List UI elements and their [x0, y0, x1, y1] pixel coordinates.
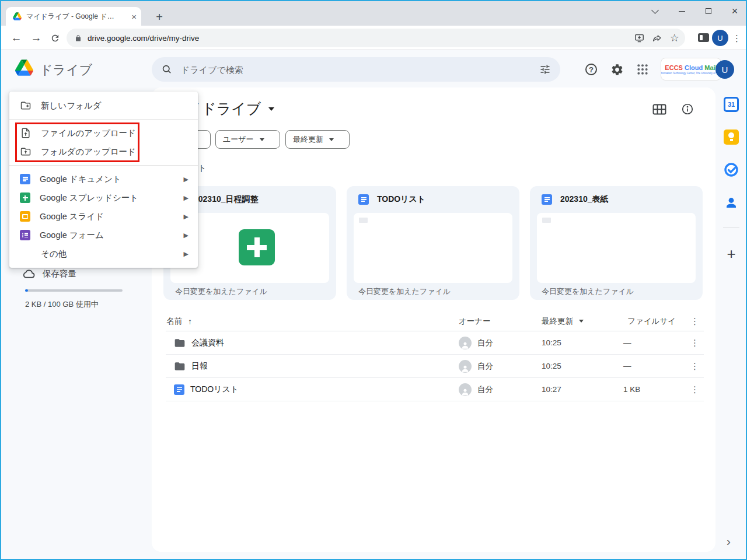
owner-avatar [459, 337, 472, 349]
column-header-size[interactable]: ファイルサイ [627, 312, 676, 331]
grid-view-toggle-icon[interactable] [652, 104, 666, 115]
submenu-arrow-icon: ▶ [184, 176, 189, 183]
contacts-icon[interactable] [724, 195, 739, 210]
share-icon[interactable] [652, 33, 663, 44]
new-folder-icon [20, 100, 32, 111]
file-preview [354, 213, 512, 283]
url-text: drive.google.com/drive/my-drive [88, 34, 199, 43]
title-caret-icon [268, 107, 274, 111]
window-maximize-button[interactable] [696, 2, 721, 20]
sheets-logo-icon [239, 229, 275, 265]
browser-toolbar: ← → drive.google.com/drive/my-drive [1, 26, 746, 50]
submenu-arrow-icon: ▶ [184, 232, 189, 239]
back-button[interactable]: ← [7, 29, 26, 47]
product-name: ドライブ [40, 61, 92, 79]
badge-subtitle: Information Technology Center, The Unive… [661, 72, 721, 75]
sidebar-item-storage[interactable]: 保存容量 [22, 268, 76, 279]
keep-icon[interactable] [724, 130, 739, 145]
new-tab-button[interactable]: + [152, 9, 167, 24]
window-chevron-icon[interactable] [643, 2, 667, 20]
owner-avatar [459, 383, 472, 396]
tab-title: マイドライブ - Google ドライブ [26, 12, 120, 22]
badge-word-2: Cloud [685, 64, 703, 71]
table-row[interactable]: 日報 自分 10:25 — ⋮ [166, 355, 704, 378]
annotation-highlight-rectangle [15, 123, 139, 162]
drive-favicon-icon [13, 12, 22, 20]
docs-file-icon [174, 384, 184, 395]
install-app-icon[interactable] [634, 33, 645, 44]
sheets-icon [20, 192, 30, 203]
show-side-panel-icon[interactable]: › [727, 534, 731, 548]
search-icon [161, 64, 173, 75]
submenu-arrow-icon: ▶ [184, 250, 189, 258]
forms-icon [20, 230, 30, 240]
table-row[interactable]: 会議資料 自分 10:25 — ⋮ [166, 331, 704, 355]
window-minimize-button[interactable] [669, 2, 694, 20]
apps-grid-icon[interactable] [635, 62, 650, 77]
info-icon[interactable] [681, 103, 694, 116]
file-table: 名前 ↑ オーナー 最終更新 ファイルサイ ⋮ 会議資料 自 [166, 312, 704, 401]
badge-word-1: ECCS [665, 64, 683, 71]
suggestion-card[interactable]: 202310_表紙 今日変更を加えたファイル [530, 186, 703, 300]
browser-profile-avatar[interactable]: U [712, 30, 728, 46]
side-panel-icon[interactable] [698, 33, 709, 42]
rail-divider [723, 228, 739, 228]
menu-divider [9, 165, 198, 166]
account-avatar[interactable]: U [715, 60, 734, 79]
file-preview [537, 213, 696, 283]
folder-icon [174, 337, 186, 349]
row-options-icon[interactable]: ⋮ [690, 331, 699, 354]
screenshot-root: マイドライブ - Google ドライブ × + × ← → drive.goo… [0, 0, 747, 560]
table-header-row: 名前 ↑ オーナー 最終更新 ファイルサイ ⋮ [166, 312, 704, 331]
column-header-owner[interactable]: オーナー [459, 312, 491, 331]
docs-file-icon [542, 194, 552, 205]
column-header-modified[interactable]: 最終更新 [542, 312, 584, 331]
filter-chip-modified[interactable]: 最終更新 [285, 130, 350, 149]
menu-item-more[interactable]: その他 ▶ [9, 244, 198, 263]
menu-divider [9, 119, 198, 120]
chevron-down-icon [329, 138, 334, 141]
sort-descending-icon [579, 320, 584, 323]
reload-button[interactable] [46, 29, 64, 47]
search-options-tune-icon[interactable] [539, 64, 551, 75]
browser-menu-icon[interactable]: ⋮ [732, 33, 741, 44]
menu-item-google-sheets[interactable]: Google スプレッドシート ▶ [9, 188, 198, 207]
address-bar[interactable]: drive.google.com/drive/my-drive ☆ [67, 29, 685, 47]
eccs-account-badge: ECCS Cloud Mail Information Technology C… [661, 58, 721, 80]
menu-item-google-forms[interactable]: Google フォーム ▶ [9, 226, 198, 244]
bookmark-star-icon[interactable]: ☆ [670, 33, 679, 43]
browser-tab[interactable]: マイドライブ - Google ドライブ × [6, 7, 141, 26]
forward-button[interactable]: → [27, 29, 46, 47]
sort-ascending-icon: ↑ [188, 317, 192, 326]
docs-file-icon [358, 194, 369, 205]
get-addons-plus-icon[interactable]: + [724, 246, 739, 261]
settings-gear-icon[interactable] [609, 62, 624, 77]
tasks-icon[interactable] [724, 162, 739, 177]
calendar-icon[interactable]: 31 [724, 97, 739, 112]
lock-icon [75, 34, 82, 42]
search-input[interactable] [181, 65, 539, 75]
window-close-button[interactable]: × [722, 2, 747, 20]
table-row[interactable]: TODOリスト 自分 10:27 1 KB ⋮ [166, 378, 704, 401]
submenu-arrow-icon: ▶ [184, 194, 189, 202]
docs-icon [20, 174, 30, 184]
folder-icon [174, 360, 186, 372]
browser-titlebar: マイドライブ - Google ドライブ × + × [1, 1, 746, 26]
menu-item-google-docs[interactable]: Google ドキュメント ▶ [9, 170, 198, 188]
drive-search-bar[interactable] [152, 57, 560, 82]
row-options-icon[interactable]: ⋮ [690, 378, 699, 401]
chevron-down-icon [260, 138, 264, 141]
cloud-icon [22, 269, 36, 279]
table-options-icon[interactable]: ⋮ [690, 312, 699, 331]
row-options-icon[interactable]: ⋮ [690, 355, 699, 377]
help-icon[interactable]: ? [584, 62, 599, 77]
menu-item-new-folder[interactable]: 新しいフォルダ [9, 96, 198, 115]
drive-logo-icon [15, 60, 33, 76]
owner-avatar [459, 360, 472, 373]
suggestion-card[interactable]: TODOリスト 今日変更を加えたファイル [347, 186, 519, 300]
filter-chip-people[interactable]: ユーザー [215, 130, 280, 149]
tab-close-icon[interactable]: × [131, 12, 137, 21]
storage-usage-text: 2 KB / 100 GB 使用中 [25, 299, 99, 310]
column-header-name[interactable]: 名前 ↑ [166, 312, 192, 331]
menu-item-google-slides[interactable]: Google スライド ▶ [9, 207, 198, 226]
